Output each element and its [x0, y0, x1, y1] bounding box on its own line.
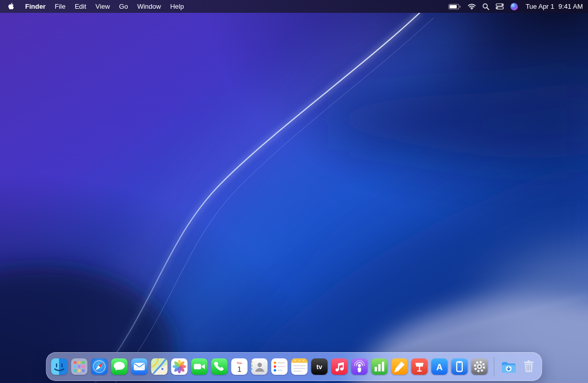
launchpad-icon: [71, 358, 88, 375]
menu-bar: Finder FileEditViewGoWindowHelp: [0, 0, 588, 13]
dock-item-launchpad[interactable]: [71, 358, 88, 375]
dock-item-tv[interactable]: tv: [311, 358, 328, 375]
reminders-icon: [271, 358, 288, 375]
menu-item-window[interactable]: Window: [132, 0, 165, 13]
apple-menu[interactable]: [0, 0, 21, 13]
downloads-icon: [501, 358, 517, 375]
dock-item-pages[interactable]: [391, 358, 408, 375]
dock-item-messages[interactable]: [111, 358, 128, 375]
maps-icon: [151, 358, 168, 375]
menu-item-help[interactable]: Help: [166, 0, 189, 13]
dock-separator: [494, 357, 495, 376]
menu-item-go[interactable]: Go: [114, 0, 132, 13]
apple-logo-icon: [7, 2, 15, 11]
dock-item-contacts[interactable]: [251, 358, 268, 375]
facetime-icon: [191, 358, 208, 375]
mail-icon: [131, 358, 148, 375]
podcasts-icon: [351, 358, 368, 375]
siri-icon[interactable]: [507, 0, 521, 13]
app-store-icon: A: [432, 358, 448, 375]
numbers-icon: [371, 358, 388, 375]
dock-item-iphone-mirroring[interactable]: [452, 358, 468, 375]
menubar-time: 9:41 AM: [558, 3, 583, 10]
svg-text:tv: tv: [317, 363, 322, 371]
menu-item-file[interactable]: File: [50, 0, 70, 13]
search-icon[interactable]: [479, 0, 493, 13]
dock-item-music[interactable]: [331, 358, 348, 375]
tv-icon: tv: [311, 358, 328, 375]
control-center-icon[interactable]: [493, 0, 507, 13]
dock-item-safari[interactable]: [91, 358, 108, 375]
dock-item-photos[interactable]: [171, 358, 188, 375]
finder-icon: [51, 358, 68, 375]
dock: Tue1tvA: [46, 352, 542, 381]
desktop-wallpaper: [0, 0, 588, 383]
system-settings-icon: [472, 358, 488, 375]
dock-item-mail[interactable]: [131, 358, 148, 375]
svg-text:A: A: [436, 362, 443, 372]
calendar-icon: Tue1: [231, 358, 248, 375]
iphone-mirroring-icon: [452, 358, 468, 375]
desktop: { "menu_bar": { "app_name": "Finder", "i…: [0, 0, 588, 383]
dock-item-system-settings[interactable]: [472, 358, 488, 375]
keynote-icon: [411, 358, 428, 375]
menubar-date: Tue Apr 1: [525, 3, 554, 10]
battery-icon[interactable]: [445, 0, 464, 13]
svg-text:1: 1: [237, 365, 242, 373]
menu-item-view[interactable]: View: [91, 0, 114, 13]
messages-icon: [111, 358, 128, 375]
dock-item-trash[interactable]: [521, 358, 537, 375]
pages-icon: [391, 358, 408, 375]
app-menu-finder[interactable]: Finder: [21, 0, 50, 13]
menu-bar-clock[interactable]: Tue Apr 1 9:41 AM: [521, 3, 583, 10]
dock-item-downloads[interactable]: [501, 358, 517, 375]
dock-item-app-store[interactable]: A: [432, 358, 448, 375]
trash-icon: [521, 358, 537, 375]
photos-icon: [171, 358, 188, 375]
phone-icon: [211, 358, 228, 375]
dock-item-facetime[interactable]: [191, 358, 208, 375]
dock-item-numbers[interactable]: [371, 358, 388, 375]
dock-item-finder[interactable]: [51, 358, 68, 375]
menu-items: FileEditViewGoWindowHelp: [50, 0, 189, 13]
menu-bar-left: Finder FileEditViewGoWindowHelp: [0, 0, 188, 13]
menu-item-edit[interactable]: Edit: [70, 0, 91, 13]
safari-icon: [91, 358, 108, 375]
contacts-icon: [251, 358, 268, 375]
dock-item-phone[interactable]: [211, 358, 228, 375]
music-icon: [331, 358, 348, 375]
dock-item-keynote[interactable]: [411, 358, 428, 375]
wifi-icon[interactable]: [464, 0, 479, 13]
dock-item-reminders[interactable]: [271, 358, 288, 375]
dock-item-podcasts[interactable]: [351, 358, 368, 375]
dock-item-notes[interactable]: [291, 358, 308, 375]
menu-bar-status: Tue Apr 1 9:41 AM: [445, 0, 588, 13]
notes-icon: [291, 358, 308, 375]
dock-item-maps[interactable]: [151, 358, 168, 375]
dock-container: Tue1tvA: [46, 352, 542, 381]
dock-item-calendar[interactable]: Tue1: [231, 358, 248, 375]
